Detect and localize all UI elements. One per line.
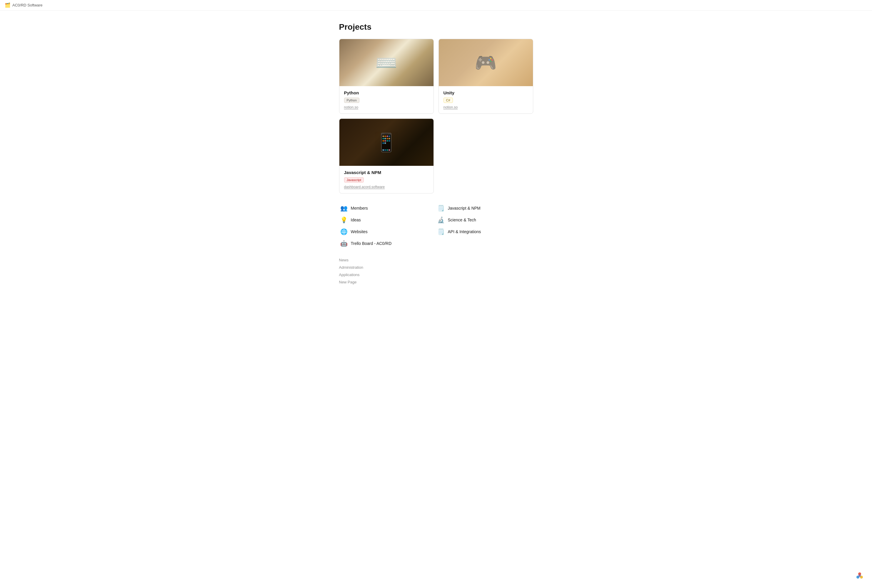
- project-link-python[interactable]: notion.so: [344, 105, 429, 110]
- app-icon: 🗂️: [5, 2, 11, 8]
- science-tech-icon: 🔬: [437, 216, 445, 224]
- websites-icon: 🌐: [340, 228, 348, 235]
- link-trello-label: Trello Board - AC0/RD: [351, 241, 392, 246]
- nav-link-administration[interactable]: Administration: [339, 264, 533, 270]
- link-members-label: Members: [351, 206, 368, 210]
- project-link-javascript[interactable]: dashboard.acord.software: [344, 185, 429, 189]
- link-api-integrations-label: API & Integrations: [448, 230, 481, 234]
- link-javascript-npm[interactable]: 🗒️ Javascript & NPM: [436, 203, 533, 213]
- project-tag-unity: C#: [443, 98, 453, 103]
- project-image-unity: [439, 39, 533, 86]
- nav-links-section: News Administration Applications New Pag…: [339, 257, 533, 285]
- project-link-unity[interactable]: notion.so: [443, 105, 528, 110]
- project-title-python: Python: [344, 90, 429, 95]
- link-trello[interactable]: 🤖 Trello Board - AC0/RD: [339, 238, 436, 249]
- links-column-left: 👥 Members 💡 Ideas 🌐 Websites 🤖 Trello Bo…: [339, 203, 436, 249]
- project-title-unity: Unity: [443, 90, 528, 95]
- top-bar: 🗂️ AC0/RD Software: [0, 0, 872, 10]
- link-ideas[interactable]: 💡 Ideas: [339, 214, 436, 225]
- link-websites[interactable]: 🌐 Websites: [339, 226, 436, 237]
- project-body-python: Python Python notion.so: [339, 86, 434, 114]
- api-integrations-icon: 🗒️: [437, 228, 445, 235]
- nav-link-news[interactable]: News: [339, 257, 533, 263]
- project-image-javascript: [339, 119, 434, 166]
- links-section: 👥 Members 💡 Ideas 🌐 Websites 🤖 Trello Bo…: [339, 203, 533, 249]
- members-icon: 👥: [340, 205, 348, 212]
- app-title-container: 🗂️ AC0/RD Software: [5, 2, 43, 8]
- trello-icon: 🤖: [340, 240, 348, 247]
- link-members[interactable]: 👥 Members: [339, 203, 436, 213]
- project-card-python[interactable]: Python Python notion.so: [339, 39, 434, 114]
- main-content: Projects Python Python notion.so Unity C…: [333, 10, 539, 303]
- link-javascript-npm-label: Javascript & NPM: [448, 206, 480, 210]
- projects-grid-row1: Python Python notion.so Unity C# notion.…: [339, 39, 533, 114]
- link-api-integrations[interactable]: 🗒️ API & Integrations: [436, 226, 533, 237]
- project-image-python: [339, 39, 434, 86]
- project-card-javascript[interactable]: Javascript & NPM Javascript dashboard.ac…: [339, 118, 434, 194]
- project-body-javascript: Javascript & NPM Javascript dashboard.ac…: [339, 166, 434, 193]
- project-card-unity[interactable]: Unity C# notion.so: [438, 39, 533, 114]
- project-tag-javascript: Javascript: [344, 177, 364, 183]
- project-tag-python: Python: [344, 98, 359, 103]
- app-title: AC0/RD Software: [12, 3, 43, 8]
- links-column-right: 🗒️ Javascript & NPM 🔬 Science & Tech 🗒️ …: [436, 203, 533, 249]
- projects-grid-row2: Javascript & NPM Javascript dashboard.ac…: [339, 118, 434, 194]
- project-title-javascript: Javascript & NPM: [344, 170, 429, 175]
- page-title: Projects: [339, 22, 533, 32]
- link-science-tech-label: Science & Tech: [448, 218, 476, 222]
- nav-link-newpage[interactable]: New Page: [339, 279, 533, 285]
- nav-link-applications[interactable]: Applications: [339, 272, 533, 278]
- link-science-tech[interactable]: 🔬 Science & Tech: [436, 214, 533, 225]
- link-ideas-label: Ideas: [351, 218, 361, 222]
- ideas-icon: 💡: [340, 216, 348, 224]
- project-body-unity: Unity C# notion.so: [439, 86, 533, 114]
- link-websites-label: Websites: [351, 230, 368, 234]
- javascript-npm-icon: 🗒️: [437, 205, 445, 212]
